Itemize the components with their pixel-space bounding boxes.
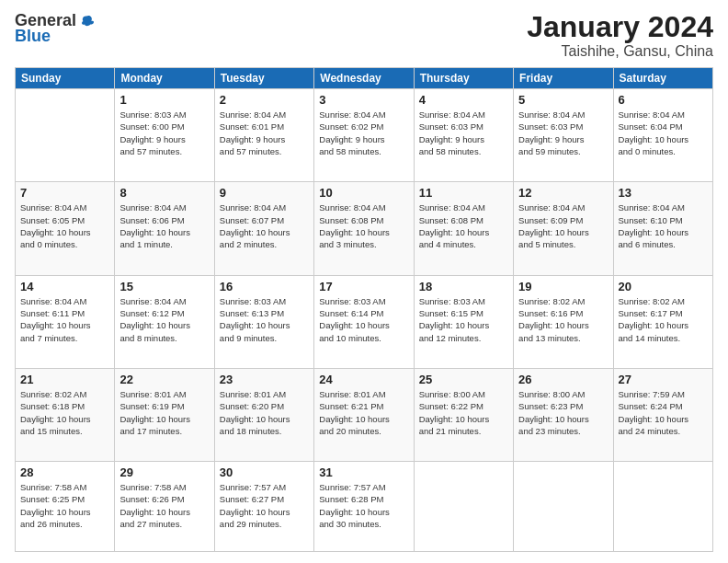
day-info: Sunrise: 8:04 AM Sunset: 6:07 PM Dayligh… <box>220 201 309 250</box>
table-row: 29Sunrise: 7:58 AM Sunset: 6:26 PM Dayli… <box>115 462 214 552</box>
day-number: 4 <box>419 93 508 107</box>
day-info: Sunrise: 8:04 AM Sunset: 6:05 PM Dayligh… <box>20 201 109 250</box>
table-row: 8Sunrise: 8:04 AM Sunset: 6:06 PM Daylig… <box>115 182 214 275</box>
table-row: 19Sunrise: 8:02 AM Sunset: 6:16 PM Dayli… <box>514 275 613 368</box>
day-number: 20 <box>619 280 708 293</box>
table-row: 10Sunrise: 8:04 AM Sunset: 6:08 PM Dayli… <box>314 182 414 275</box>
table-row: 17Sunrise: 8:03 AM Sunset: 6:14 PM Dayli… <box>314 275 414 368</box>
day-info: Sunrise: 8:02 AM Sunset: 6:17 PM Dayligh… <box>619 295 708 344</box>
table-row: 16Sunrise: 8:03 AM Sunset: 6:13 PM Dayli… <box>214 275 313 368</box>
day-number: 17 <box>319 280 408 293</box>
calendar-location: Taishihe, Gansu, China <box>527 43 713 60</box>
table-row: 21Sunrise: 8:02 AM Sunset: 6:18 PM Dayli… <box>16 368 115 461</box>
day-info: Sunrise: 8:04 AM Sunset: 6:01 PM Dayligh… <box>220 109 309 157</box>
day-info: Sunrise: 8:01 AM Sunset: 6:21 PM Dayligh… <box>319 388 408 437</box>
col-saturday: Saturday <box>613 68 712 89</box>
day-info: Sunrise: 8:04 AM Sunset: 6:08 PM Dayligh… <box>419 201 508 250</box>
day-number: 29 <box>119 465 209 479</box>
table-row: 22Sunrise: 8:01 AM Sunset: 6:19 PM Dayli… <box>115 368 214 461</box>
table-row <box>16 89 115 182</box>
col-thursday: Thursday <box>414 68 513 89</box>
day-number: 2 <box>220 93 309 107</box>
day-number: 30 <box>220 465 309 479</box>
calendar-week-row: 21Sunrise: 8:02 AM Sunset: 6:18 PM Dayli… <box>16 368 713 461</box>
table-row: 6Sunrise: 8:04 AM Sunset: 6:04 PM Daylig… <box>613 89 712 182</box>
table-row: 27Sunrise: 7:59 AM Sunset: 6:24 PM Dayli… <box>613 368 712 461</box>
table-row: 2Sunrise: 8:04 AM Sunset: 6:01 PM Daylig… <box>214 89 313 182</box>
table-row: 4Sunrise: 8:04 AM Sunset: 6:03 PM Daylig… <box>414 89 513 182</box>
day-info: Sunrise: 8:01 AM Sunset: 6:19 PM Dayligh… <box>119 388 209 437</box>
day-number: 25 <box>419 373 508 386</box>
logo-bird-icon <box>78 13 95 29</box>
day-number: 28 <box>20 465 109 479</box>
day-number: 5 <box>518 93 608 107</box>
table-row: 31Sunrise: 7:57 AM Sunset: 6:28 PM Dayli… <box>314 462 414 552</box>
day-number: 24 <box>319 373 408 386</box>
table-row: 15Sunrise: 8:04 AM Sunset: 6:12 PM Dayli… <box>115 275 214 368</box>
calendar-table: Sunday Monday Tuesday Wednesday Thursday… <box>15 67 713 552</box>
day-number: 7 <box>20 186 109 200</box>
col-monday: Monday <box>115 68 214 89</box>
day-info: Sunrise: 8:03 AM Sunset: 6:15 PM Dayligh… <box>419 295 508 344</box>
day-number: 26 <box>518 373 608 386</box>
table-row: 20Sunrise: 8:02 AM Sunset: 6:17 PM Dayli… <box>613 275 712 368</box>
day-info: Sunrise: 8:04 AM Sunset: 6:08 PM Dayligh… <box>319 201 408 250</box>
day-info: Sunrise: 8:01 AM Sunset: 6:20 PM Dayligh… <box>220 388 309 437</box>
table-row: 3Sunrise: 8:04 AM Sunset: 6:02 PM Daylig… <box>314 89 414 182</box>
table-row: 1Sunrise: 8:03 AM Sunset: 6:00 PM Daylig… <box>115 89 214 182</box>
col-wednesday: Wednesday <box>314 68 414 89</box>
day-number: 6 <box>619 93 708 107</box>
table-row <box>414 462 513 552</box>
day-number: 23 <box>220 373 309 386</box>
day-info: Sunrise: 7:57 AM Sunset: 6:27 PM Dayligh… <box>220 481 309 530</box>
calendar-page: General Blue January 2024 Taishihe, Gans… <box>0 0 728 563</box>
calendar-title: January 2024 <box>527 11 713 43</box>
table-row: 5Sunrise: 8:04 AM Sunset: 6:03 PM Daylig… <box>514 89 613 182</box>
day-info: Sunrise: 8:04 AM Sunset: 6:09 PM Dayligh… <box>518 201 608 250</box>
day-info: Sunrise: 7:58 AM Sunset: 6:26 PM Dayligh… <box>119 481 209 530</box>
table-row: 12Sunrise: 8:04 AM Sunset: 6:09 PM Dayli… <box>514 182 613 275</box>
day-info: Sunrise: 8:02 AM Sunset: 6:16 PM Dayligh… <box>518 295 608 344</box>
table-row: 7Sunrise: 8:04 AM Sunset: 6:05 PM Daylig… <box>16 182 115 275</box>
table-row: 25Sunrise: 8:00 AM Sunset: 6:22 PM Dayli… <box>414 368 513 461</box>
day-info: Sunrise: 8:02 AM Sunset: 6:18 PM Dayligh… <box>20 388 109 437</box>
table-row: 18Sunrise: 8:03 AM Sunset: 6:15 PM Dayli… <box>414 275 513 368</box>
col-friday: Friday <box>514 68 613 89</box>
day-number: 16 <box>220 280 309 293</box>
day-number: 3 <box>319 93 408 107</box>
day-info: Sunrise: 8:04 AM Sunset: 6:06 PM Dayligh… <box>119 201 209 250</box>
day-number: 13 <box>619 186 708 200</box>
day-info: Sunrise: 8:03 AM Sunset: 6:14 PM Dayligh… <box>319 295 408 344</box>
col-sunday: Sunday <box>16 68 115 89</box>
day-number: 21 <box>20 373 109 386</box>
day-number: 18 <box>419 280 508 293</box>
day-info: Sunrise: 8:03 AM Sunset: 6:00 PM Dayligh… <box>119 109 209 157</box>
table-row: 14Sunrise: 8:04 AM Sunset: 6:11 PM Dayli… <box>16 275 115 368</box>
day-number: 22 <box>119 373 209 386</box>
table-row: 11Sunrise: 8:04 AM Sunset: 6:08 PM Dayli… <box>414 182 513 275</box>
table-row: 13Sunrise: 8:04 AM Sunset: 6:10 PM Dayli… <box>613 182 712 275</box>
table-row <box>613 462 712 552</box>
calendar-week-row: 7Sunrise: 8:04 AM Sunset: 6:05 PM Daylig… <box>16 182 713 275</box>
calendar-week-row: 28Sunrise: 7:58 AM Sunset: 6:25 PM Dayli… <box>16 462 713 552</box>
day-info: Sunrise: 8:00 AM Sunset: 6:22 PM Dayligh… <box>419 388 508 437</box>
day-info: Sunrise: 8:04 AM Sunset: 6:02 PM Dayligh… <box>319 109 408 157</box>
day-info: Sunrise: 8:03 AM Sunset: 6:13 PM Dayligh… <box>220 295 309 344</box>
day-number: 8 <box>119 186 209 200</box>
table-row: 9Sunrise: 8:04 AM Sunset: 6:07 PM Daylig… <box>214 182 313 275</box>
col-tuesday: Tuesday <box>214 68 313 89</box>
day-info: Sunrise: 8:04 AM Sunset: 6:10 PM Dayligh… <box>619 201 708 250</box>
day-info: Sunrise: 8:04 AM Sunset: 6:03 PM Dayligh… <box>518 109 608 157</box>
day-number: 15 <box>119 280 209 293</box>
day-info: Sunrise: 8:00 AM Sunset: 6:23 PM Dayligh… <box>518 388 608 437</box>
day-info: Sunrise: 8:04 AM Sunset: 6:11 PM Dayligh… <box>20 295 109 344</box>
table-row: 26Sunrise: 8:00 AM Sunset: 6:23 PM Dayli… <box>514 368 613 461</box>
day-info: Sunrise: 8:04 AM Sunset: 6:04 PM Dayligh… <box>619 109 708 157</box>
day-info: Sunrise: 7:59 AM Sunset: 6:24 PM Dayligh… <box>619 388 708 437</box>
title-block: January 2024 Taishihe, Gansu, China <box>527 11 713 60</box>
day-number: 11 <box>419 186 508 200</box>
table-row: 24Sunrise: 8:01 AM Sunset: 6:21 PM Dayli… <box>314 368 414 461</box>
header: General Blue January 2024 Taishihe, Gans… <box>15 11 713 60</box>
day-number: 9 <box>220 186 309 200</box>
table-row: 23Sunrise: 8:01 AM Sunset: 6:20 PM Dayli… <box>214 368 313 461</box>
